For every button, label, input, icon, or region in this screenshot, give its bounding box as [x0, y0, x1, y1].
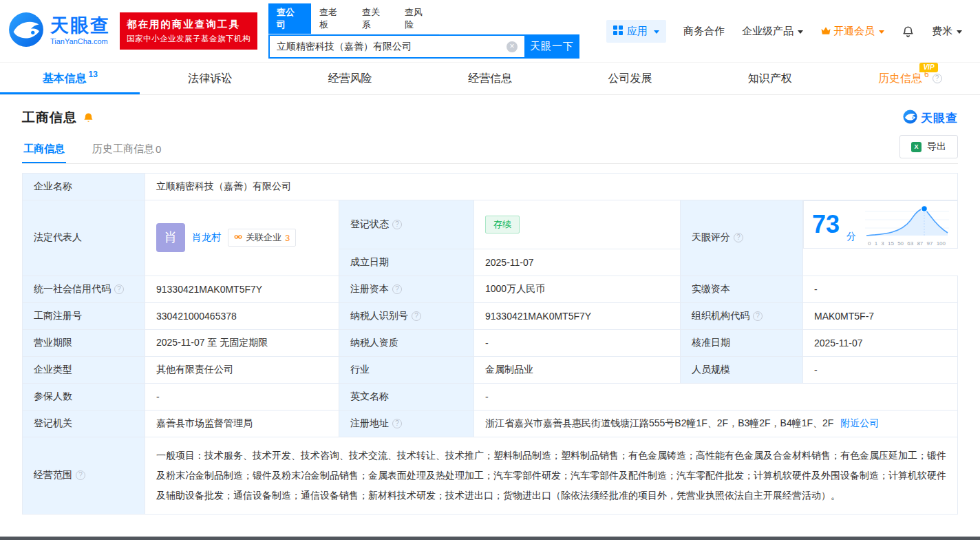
company-nav-tabs: 基本信息 13 法律诉讼 经营风险 经营信息 公司发展 知识产权 历史信息 6 …: [0, 62, 980, 95]
field-label: 企业名称: [23, 174, 145, 200]
help-icon[interactable]: [392, 220, 402, 229]
enterprise-product-label: 企业级产品: [742, 25, 793, 38]
export-label: 导出: [927, 141, 946, 153]
related-company-badge[interactable]: 关联企业 3: [228, 229, 296, 247]
apps-button[interactable]: 应用: [606, 20, 666, 43]
company-type-value: 其他有限责任公司: [145, 356, 339, 383]
credit-code-value: 91330421MAK0MT5F7Y: [145, 276, 339, 302]
export-button[interactable]: 导出: [899, 135, 958, 158]
english-name-value: -: [474, 383, 958, 410]
subscribe-bell-icon[interactable]: [83, 112, 94, 124]
vip-badge: VIP: [919, 63, 937, 72]
help-icon[interactable]: [734, 233, 743, 242]
tab-label: 经营风险: [328, 72, 372, 86]
subtab-history-business-info[interactable]: 历史工商信息 0: [91, 135, 162, 163]
link-icon: [234, 233, 242, 243]
taxpayer-id-value: 91330421MAK0MT5F7Y: [474, 302, 681, 329]
business-info-table: 企业名称 立顺精密科技（嘉善）有限公司 法定代表人 肖 肖龙村: [22, 173, 958, 515]
brand-name: 天眼查: [921, 110, 958, 126]
subtab-business-info[interactable]: 工商信息: [22, 135, 66, 163]
tab-label: 经营信息: [468, 72, 512, 86]
search-input[interactable]: [268, 34, 524, 59]
field-label: 纳税人识别号: [339, 302, 474, 329]
business-cooperation-link[interactable]: 商务合作: [683, 25, 725, 38]
tab-company-development[interactable]: 公司发展: [560, 63, 700, 94]
field-label: 参保人数: [23, 383, 145, 410]
field-label: 统一社会信用代码: [23, 276, 145, 302]
clear-input-icon[interactable]: [507, 41, 518, 52]
table-row: 工商注册号 330421000465378 纳税人识别号 91330421MAK…: [23, 302, 958, 329]
tab-history-info[interactable]: 历史信息 6 VIP: [840, 63, 980, 94]
search-tab-company[interactable]: 查公司: [268, 3, 311, 34]
promo-line1: 都在用的商业查询工具: [127, 18, 251, 31]
tianyancha-logo-icon: [8, 12, 44, 50]
search-area: 查公司 查老板 查关系 查风险 天眼一下: [268, 3, 579, 59]
reg-no-value: 330421000465378: [145, 302, 339, 329]
help-icon[interactable]: [392, 419, 402, 428]
subtab-label: 历史工商信息: [92, 143, 154, 156]
field-label: 人员规模: [681, 356, 803, 383]
site-logo[interactable]: 天眼查 TianYanCha.com: [8, 12, 110, 50]
org-code-value: MAK0MT5F-7: [803, 302, 958, 329]
paid-capital-value: -: [803, 276, 958, 302]
tab-label: 知识产权: [748, 72, 792, 86]
apps-grid-icon: [613, 25, 623, 37]
score-cell: 73 分 0 1 3 1: [803, 200, 958, 249]
est-date-value: 2025-11-07: [474, 249, 681, 276]
open-vip-menu[interactable]: 开通会员: [820, 25, 884, 38]
legal-rep-link[interactable]: 肖龙村: [192, 231, 221, 244]
tab-label: 法律诉讼: [188, 72, 232, 86]
table-row: 法定代表人 肖 肖龙村 关联企业 3: [23, 200, 958, 249]
tab-legal-proceedings[interactable]: 法律诉讼: [140, 63, 279, 94]
score-value: 73: [812, 212, 840, 237]
help-icon[interactable]: [392, 284, 402, 294]
field-label: 注册地址: [339, 410, 474, 437]
related-label: 关联企业: [246, 231, 281, 244]
field-label: 英文名称: [339, 383, 474, 410]
table-row: 统一社会信用代码 91330421MAK0MT5F7Y 注册资本 1000万人民…: [23, 276, 958, 302]
chevron-down-icon: [957, 30, 962, 34]
logo-subtitle: TianYanCha.com: [50, 37, 110, 45]
related-count: 3: [285, 233, 290, 243]
search-tab-risk[interactable]: 查风险: [396, 3, 439, 34]
reg-capital-value: 1000万人民币: [474, 276, 681, 302]
tab-intellectual-property[interactable]: 知识产权: [700, 63, 840, 94]
notification-bell-button[interactable]: [902, 25, 915, 38]
tianyancha-page: 天眼查 TianYanCha.com 都在用的商业查询工具 国家中小企业发展子基…: [0, 0, 980, 540]
search-tab-relation[interactable]: 查关系: [354, 3, 396, 34]
staff-size-value: -: [803, 356, 958, 383]
field-label: 纳税人资质: [339, 329, 474, 356]
tab-label: 历史信息: [878, 72, 922, 86]
field-label: 法定代表人: [23, 200, 145, 276]
help-icon[interactable]: [753, 311, 763, 321]
field-label: 登记机关: [23, 410, 145, 437]
field-label: 企业类型: [23, 356, 145, 383]
reg-authority-value: 嘉善县市场监督管理局: [145, 410, 339, 437]
score-axis-labels: 0 1 3 15 50 63 87 97 100: [865, 240, 949, 247]
biz-term-value: 2025-11-07 至 无固定期限: [145, 329, 339, 356]
help-icon[interactable]: [933, 74, 942, 83]
brand-logo-icon: [903, 110, 917, 127]
approval-date-value: 2025-11-07: [803, 329, 958, 356]
logo-title: 天眼查: [50, 17, 110, 35]
tab-operation-risk[interactable]: 经营风险: [280, 63, 420, 94]
chevron-down-icon: [879, 30, 884, 34]
help-icon[interactable]: [114, 284, 124, 294]
field-label: 核准日期: [681, 329, 803, 356]
field-label: 营业期限: [23, 329, 145, 356]
help-icon[interactable]: [76, 470, 85, 480]
field-label: 成立日期: [339, 249, 474, 276]
promo-badge: 都在用的商业查询工具 国家中小企业发展子基金旗下机构: [120, 12, 257, 50]
help-icon[interactable]: [412, 311, 421, 321]
field-label: 工商注册号: [23, 302, 145, 329]
tab-basic-info[interactable]: 基本信息 13: [0, 63, 140, 94]
search-button[interactable]: 天眼一下: [524, 34, 579, 59]
tab-operation-info[interactable]: 经营信息: [420, 63, 560, 94]
tab-count: 13: [89, 70, 98, 79]
search-tab-boss[interactable]: 查老板: [311, 3, 354, 34]
enterprise-product-menu[interactable]: 企业级产品: [742, 25, 803, 38]
user-menu[interactable]: 费米: [932, 25, 962, 38]
nearby-companies-link[interactable]: 附近公司: [840, 417, 879, 428]
subtab-count: 0: [156, 143, 161, 155]
avatar[interactable]: 肖: [156, 223, 185, 252]
